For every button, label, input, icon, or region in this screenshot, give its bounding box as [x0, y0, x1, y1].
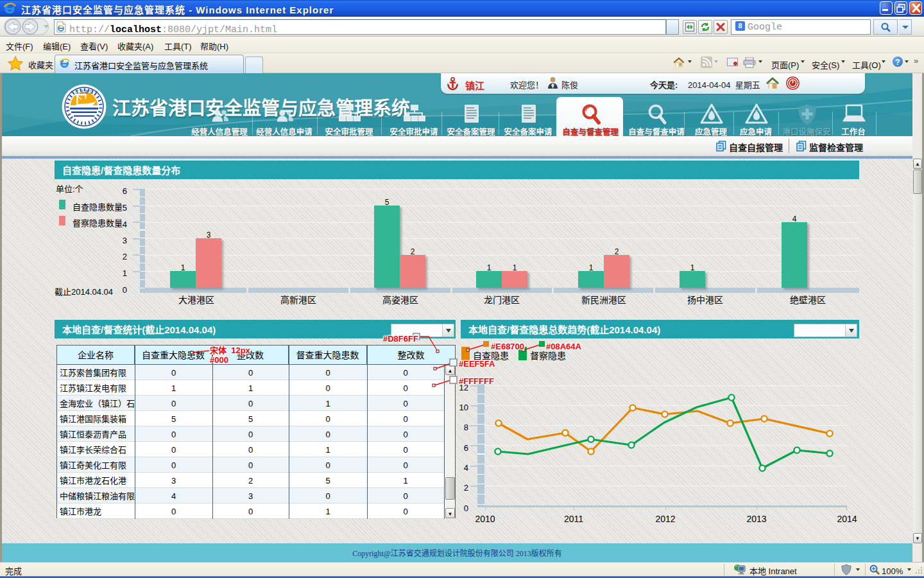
- svg-text:★ 江 苏 港 口 ★: ★ 江 苏 港 口 ★: [70, 89, 98, 94]
